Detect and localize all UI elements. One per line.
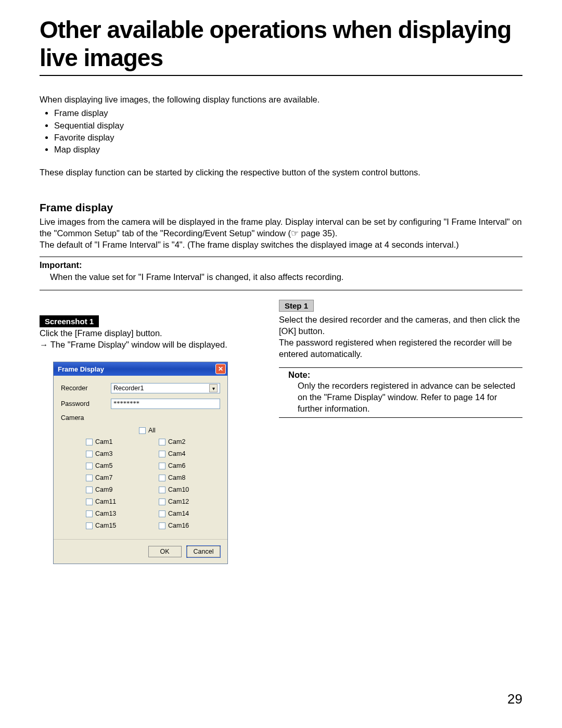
list-item: Map display: [54, 144, 522, 155]
important-label: Important:: [40, 259, 90, 271]
cam-label: Cam4: [168, 450, 185, 457]
all-label: All: [148, 427, 156, 434]
cam-label: Cam7: [95, 474, 112, 481]
checkbox-cam[interactable]: [159, 510, 165, 517]
dialog-titlebar[interactable]: Frame Display ✕: [54, 362, 227, 376]
section-heading: Frame display: [40, 201, 522, 214]
camera-column-right: Cam2 Cam4 Cam6 Cam8 Cam10 Cam12 Cam14 Ca…: [147, 438, 220, 534]
note-label: Note:: [288, 370, 522, 380]
list-item: Sequential display: [54, 120, 522, 131]
page-title: Other available operations when displayi…: [40, 16, 522, 76]
list-item: Frame display: [54, 107, 522, 119]
cam-label: Cam14: [168, 510, 189, 517]
cam-label: Cam12: [168, 498, 189, 505]
camera-label: Camera: [61, 414, 111, 422]
section-p1: Live images from the camera will be disp…: [40, 216, 522, 239]
page-number: 29: [507, 691, 522, 707]
chevron-down-icon[interactable]: ▾: [209, 384, 218, 392]
checkbox-cam[interactable]: [159, 451, 165, 457]
password-label: Password: [61, 400, 111, 407]
cam-label: Cam9: [95, 486, 112, 493]
checkbox-cam[interactable]: [159, 499, 165, 505]
cam-label: Cam5: [95, 462, 112, 469]
divider: [279, 417, 522, 418]
frame-display-dialog: Frame Display ✕ Recorder Recorder1 ▾ Pas…: [53, 362, 228, 564]
checkbox-cam[interactable]: [159, 487, 165, 493]
cam-label: Cam3: [95, 450, 112, 457]
cam-label: Cam2: [168, 438, 185, 445]
divider: [279, 367, 522, 368]
checkbox-cam[interactable]: [159, 439, 165, 445]
step-badge: Step 1: [279, 300, 314, 312]
checkbox-cam[interactable]: [86, 475, 93, 481]
important-text: When the value set for "I Frame Interval…: [40, 271, 522, 283]
note-text: Only the recorders registered in advance…: [298, 380, 522, 415]
cam-label: Cam16: [168, 522, 189, 529]
recorder-value: Recorder1: [113, 385, 144, 392]
screenshot-badge: Screenshot 1: [40, 315, 99, 327]
password-input[interactable]: ********: [111, 399, 220, 409]
step-text: Select the desired recorder and the came…: [279, 314, 522, 360]
list-item: Favorite display: [54, 132, 522, 143]
section-p2: The default of "I Frame Interval" is "4"…: [40, 239, 522, 250]
cam-label: Cam6: [168, 462, 185, 469]
intro-footer: These display function can be started by…: [40, 167, 522, 178]
checkbox-cam[interactable]: [86, 522, 93, 529]
screenshot-caption-2: → The "Frame Display" window will be dis…: [40, 339, 258, 350]
checkbox-cam[interactable]: [159, 522, 165, 529]
checkbox-all[interactable]: [139, 427, 146, 434]
ok-button[interactable]: OK: [148, 546, 182, 557]
checkbox-cam[interactable]: [86, 463, 93, 469]
recorder-label: Recorder: [61, 385, 111, 392]
checkbox-cam[interactable]: [86, 451, 93, 457]
camera-column-left: Cam1 Cam3 Cam5 Cam7 Cam9 Cam11 Cam13 Cam…: [61, 438, 147, 534]
cam-label: Cam8: [168, 474, 185, 481]
cam-label: Cam15: [95, 522, 116, 529]
cam-label: Cam1: [95, 438, 112, 445]
cam-label: Cam13: [95, 510, 116, 517]
close-icon[interactable]: ✕: [215, 364, 226, 374]
checkbox-cam[interactable]: [86, 510, 93, 517]
recorder-select[interactable]: Recorder1 ▾: [111, 383, 220, 393]
screenshot-caption-1: Click the [Frame display] button.: [40, 327, 258, 339]
checkbox-cam[interactable]: [86, 499, 93, 505]
intro-list: Frame display Sequential display Favorit…: [40, 107, 522, 155]
checkbox-cam[interactable]: [159, 463, 165, 469]
cancel-button[interactable]: Cancel: [187, 546, 220, 557]
checkbox-cam[interactable]: [159, 475, 165, 481]
divider: [40, 290, 522, 290]
checkbox-cam[interactable]: [86, 439, 93, 445]
divider: [40, 257, 522, 257]
cam-label: Cam10: [168, 486, 189, 493]
dialog-title: Frame Display: [58, 365, 104, 373]
checkbox-cam[interactable]: [86, 487, 93, 493]
intro-lead: When displaying live images, the followi…: [40, 94, 522, 105]
cam-label: Cam11: [95, 498, 116, 505]
